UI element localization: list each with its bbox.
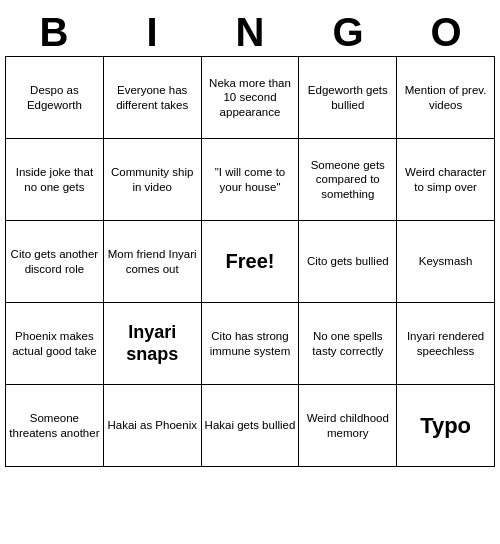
bingo-cell-18[interactable]: No one spells tasty correctly bbox=[299, 303, 397, 385]
bingo-card: B I N G O Despo as EdgeworthEveryone has… bbox=[5, 8, 495, 467]
bingo-cell-22[interactable]: Hakai gets bullied bbox=[202, 385, 300, 467]
header-i: I bbox=[103, 8, 201, 56]
header-g: G bbox=[299, 8, 397, 56]
bingo-cell-6[interactable]: Community ship in video bbox=[104, 139, 202, 221]
header-b: B bbox=[5, 8, 103, 56]
bingo-cell-20[interactable]: Someone threatens another bbox=[6, 385, 104, 467]
bingo-cell-15[interactable]: Phoenix makes actual good take bbox=[6, 303, 104, 385]
bingo-cell-24[interactable]: Typo bbox=[397, 385, 495, 467]
bingo-cell-0[interactable]: Despo as Edgeworth bbox=[6, 57, 104, 139]
bingo-grid: Despo as EdgeworthEveryone has different… bbox=[5, 56, 495, 467]
header-o: O bbox=[397, 8, 495, 56]
bingo-cell-13[interactable]: Cito gets bullied bbox=[299, 221, 397, 303]
bingo-cell-5[interactable]: Inside joke that no one gets bbox=[6, 139, 104, 221]
bingo-cell-2[interactable]: Neka more than 10 second appearance bbox=[202, 57, 300, 139]
bingo-cell-8[interactable]: Someone gets compared to something bbox=[299, 139, 397, 221]
bingo-cell-9[interactable]: Weird character to simp over bbox=[397, 139, 495, 221]
header-n: N bbox=[201, 8, 299, 56]
bingo-cell-17[interactable]: Cito has strong immune system bbox=[202, 303, 300, 385]
bingo-cell-10[interactable]: Cito gets another discord role bbox=[6, 221, 104, 303]
bingo-cell-12[interactable]: Free! bbox=[202, 221, 300, 303]
bingo-cell-1[interactable]: Everyone has different takes bbox=[104, 57, 202, 139]
bingo-cell-16[interactable]: Inyari snaps bbox=[104, 303, 202, 385]
bingo-cell-3[interactable]: Edgeworth gets bullied bbox=[299, 57, 397, 139]
bingo-cell-19[interactable]: Inyari rendered speechless bbox=[397, 303, 495, 385]
bingo-cell-21[interactable]: Hakai as Phoenix bbox=[104, 385, 202, 467]
bingo-cell-11[interactable]: Mom friend Inyari comes out bbox=[104, 221, 202, 303]
bingo-cell-23[interactable]: Weird childhood memory bbox=[299, 385, 397, 467]
bingo-header: B I N G O bbox=[5, 8, 495, 56]
bingo-cell-7[interactable]: "I will come to your house" bbox=[202, 139, 300, 221]
bingo-cell-14[interactable]: Keysmash bbox=[397, 221, 495, 303]
bingo-cell-4[interactable]: Mention of prev. videos bbox=[397, 57, 495, 139]
